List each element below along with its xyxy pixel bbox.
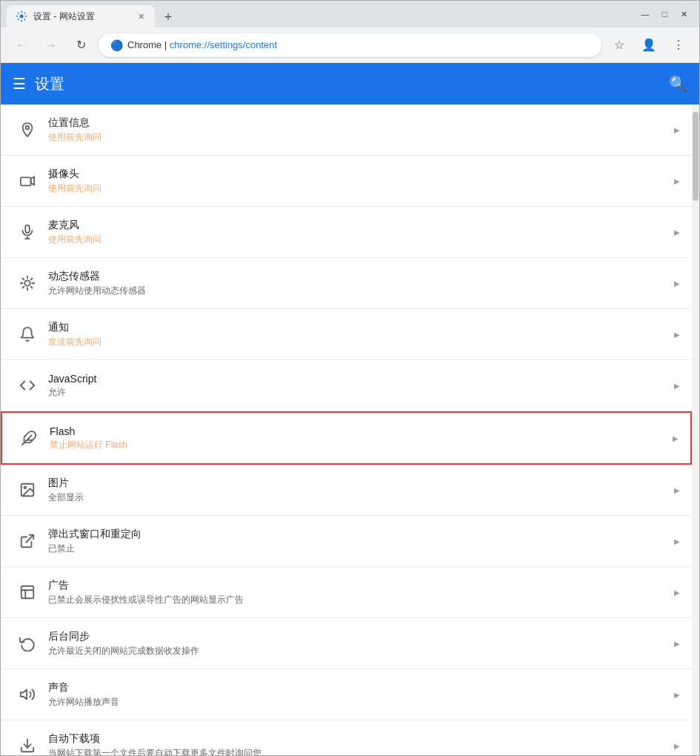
address-bar: ← → ↻ 🔵 Chrome | chrome://settings/conte… — [1, 27, 699, 63]
flash-chevron-icon: ▶ — [673, 434, 679, 442]
notification-subtitle: 发送前先询问 — [48, 336, 668, 348]
setting-item-microphone[interactable]: 麦克风使用前先询问▶ — [1, 207, 692, 258]
javascript-icon — [13, 371, 42, 400]
location-title: 位置信息 — [48, 116, 668, 130]
setting-item-ads[interactable]: 广告已禁止会展示侵扰性或误导性广告的网站显示广告▶ — [1, 567, 692, 618]
downloads-icon — [13, 731, 42, 755]
camera-subtitle: 使用前先询问 — [48, 182, 668, 195]
address-content: 🔵 Chrome | chrome://settings/content — [110, 39, 277, 51]
setting-item-downloads[interactable]: 自动下载项当网站下载第一个文件后要自动下载更多文件时询问您▶ — [1, 720, 692, 755]
active-tab[interactable]: 设置 - 网站设置 × — [7, 5, 155, 27]
javascript-chevron-icon: ▶ — [674, 382, 680, 390]
tab-close-button[interactable]: × — [137, 10, 146, 22]
tab-title: 设置 - 网站设置 — [33, 10, 131, 23]
microphone-text: 麦克风使用前先询问 — [42, 219, 668, 246]
svg-point-7 — [24, 280, 30, 285]
notification-title: 通知 — [48, 321, 668, 334]
images-text: 图片全部显示 — [42, 477, 668, 504]
flash-title: Flash — [50, 425, 667, 437]
popup-text: 弹出式窗口和重定向已禁止 — [42, 528, 668, 555]
setting-item-sound[interactable]: 声音允许网站播放声音▶ — [1, 669, 692, 720]
svg-point-1 — [26, 126, 30, 130]
svg-marker-16 — [21, 690, 27, 700]
microphone-title: 麦克风 — [48, 219, 668, 232]
tab-area: 设置 - 网站设置 × + — [7, 1, 179, 27]
background_sync-icon — [13, 629, 42, 658]
title-bar: 设置 - 网站设置 × + — □ ✕ — [1, 1, 699, 27]
setting-item-camera[interactable]: 摄像头使用前先询问▶ — [1, 156, 692, 207]
sound-chevron-icon: ▶ — [674, 691, 680, 699]
new-tab-button[interactable]: + — [158, 7, 179, 27]
location-text: 位置信息使用前先询问 — [42, 116, 668, 144]
popup-chevron-icon: ▶ — [674, 537, 680, 546]
setting-item-notification[interactable]: 通知发送前先询问▶ — [1, 309, 692, 360]
notification-chevron-icon: ▶ — [674, 331, 680, 339]
microphone-chevron-icon: ▶ — [674, 228, 680, 236]
location-subtitle: 使用前先询问 — [48, 131, 668, 144]
window-controls: — □ ✕ — [636, 7, 693, 21]
camera-icon — [13, 166, 42, 196]
notification-text: 通知发送前先询问 — [42, 321, 668, 348]
background_sync-text: 后台同步允许最近关闭的网站完成数据收发操作 — [42, 630, 668, 657]
sound-icon — [13, 680, 42, 709]
scrollbar-thumb[interactable] — [693, 112, 699, 201]
microphone-subtitle: 使用前先询问 — [48, 233, 668, 246]
images-subtitle: 全部显示 — [48, 491, 668, 504]
flash-subtitle: 禁止网站运行 Flash — [50, 439, 667, 451]
address-text: Chrome | chrome://settings/content — [127, 39, 277, 50]
images-icon — [13, 475, 42, 505]
scrollbar-track[interactable] — [692, 105, 699, 755]
motion-title: 动态传感器 — [48, 270, 668, 283]
microphone-icon — [13, 217, 42, 247]
ads-subtitle: 已禁止会展示侵扰性或误导性广告的网站显示广告 — [48, 594, 668, 606]
setting-item-images[interactable]: 图片全部显示▶ — [1, 465, 692, 516]
motion-text: 动态传感器允许网站使用动态传感器 — [42, 270, 668, 297]
bookmark-button[interactable]: ☆ — [607, 33, 631, 57]
downloads-chevron-icon: ▶ — [674, 742, 680, 750]
setting-item-flash[interactable]: Flash禁止网站运行 Flash▶ — [1, 411, 692, 465]
images-title: 图片 — [48, 477, 668, 490]
url-bar[interactable]: 🔵 Chrome | chrome://settings/content — [99, 33, 601, 57]
popup-icon — [13, 526, 42, 556]
content-area: 位置信息使用前先询问▶摄像头使用前先询问▶麦克风使用前先询问▶动态传感器允许网站… — [1, 105, 699, 755]
svg-point-0 — [20, 15, 24, 19]
close-button[interactable]: ✕ — [674, 7, 693, 21]
window-frame: 设置 - 网站设置 × + — □ ✕ ← → ↻ 🔵 Chrome | chr… — [0, 0, 700, 756]
page-title: 设置 — [35, 74, 669, 94]
refresh-button[interactable]: ↻ — [69, 33, 93, 57]
background_sync-title: 后台同步 — [48, 630, 668, 643]
javascript-subtitle: 允许 — [48, 386, 668, 399]
sound-subtitle: 允许网站播放声音 — [48, 696, 668, 709]
maximize-button[interactable]: □ — [655, 7, 674, 21]
motion-icon — [13, 268, 42, 298]
site-icon: 🔵 — [110, 39, 123, 51]
location-chevron-icon: ▶ — [674, 126, 680, 134]
downloads-subtitle: 当网站下载第一个文件后要自动下载更多文件时询问您 — [48, 747, 668, 756]
search-icon[interactable]: 🔍 — [669, 75, 687, 93]
forward-button[interactable]: → — [39, 33, 63, 57]
setting-item-motion[interactable]: 动态传感器允许网站使用动态传感器▶ — [1, 258, 692, 309]
javascript-text: JavaScript允许 — [42, 373, 668, 399]
motion-chevron-icon: ▶ — [674, 279, 680, 288]
profile-button[interactable]: 👤 — [637, 33, 661, 57]
popup-subtitle: 已禁止 — [48, 543, 668, 555]
minimize-button[interactable]: — — [636, 7, 655, 21]
downloads-text: 自动下载项当网站下载第一个文件后要自动下载更多文件时询问您 — [42, 732, 668, 756]
sound-title: 声音 — [48, 681, 668, 694]
flash-icon — [14, 423, 44, 453]
motion-subtitle: 允许网站使用动态传感器 — [48, 285, 668, 297]
ads-title: 广告 — [48, 579, 668, 592]
setting-item-location[interactable]: 位置信息使用前先询问▶ — [1, 105, 692, 156]
chrome-menu-button[interactable]: ⋮ — [667, 33, 690, 57]
background_sync-chevron-icon: ▶ — [674, 640, 680, 648]
svg-rect-2 — [21, 177, 31, 185]
back-button[interactable]: ← — [10, 33, 33, 57]
setting-item-background_sync[interactable]: 后台同步允许最近关闭的网站完成数据收发操作▶ — [1, 618, 692, 669]
settings-list: 位置信息使用前先询问▶摄像头使用前先询问▶麦克风使用前先询问▶动态传感器允许网站… — [1, 105, 692, 755]
setting-item-javascript[interactable]: JavaScript允许▶ — [1, 360, 692, 411]
setting-item-popup[interactable]: 弹出式窗口和重定向已禁止▶ — [1, 516, 692, 567]
ads-icon — [13, 577, 42, 607]
camera-text: 摄像头使用前先询问 — [42, 168, 668, 195]
settings-scroll-area[interactable]: 位置信息使用前先询问▶摄像头使用前先询问▶麦克风使用前先询问▶动态传感器允许网站… — [1, 105, 692, 755]
hamburger-menu-icon[interactable]: ☰ — [13, 75, 26, 93]
